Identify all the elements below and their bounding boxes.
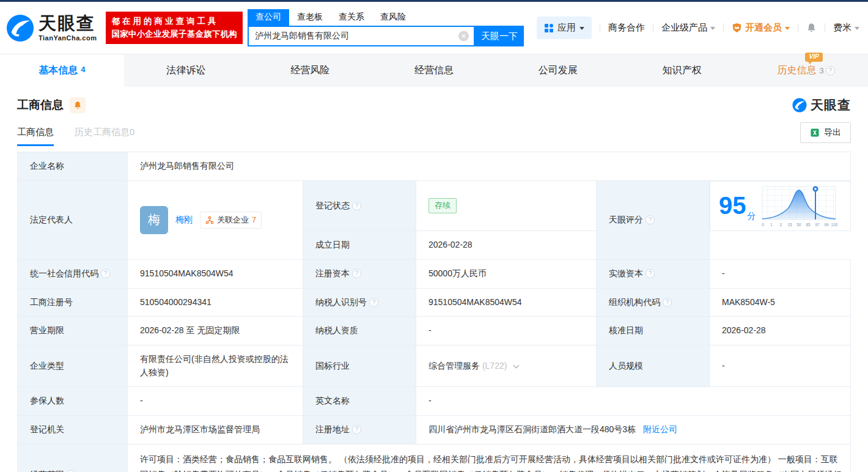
caret-down-icon xyxy=(855,27,859,30)
logo-domain: TianYanCha.com xyxy=(39,34,97,42)
enterprise-products-link[interactable]: 企业级产品 xyxy=(661,22,715,34)
score-axis-ticks: 0 1 3 15 50 85 97 99 100 xyxy=(762,223,838,227)
field-label: 人员规模 xyxy=(597,345,710,386)
user-menu[interactable]: 费米 xyxy=(833,22,859,34)
subtab-count: 0 xyxy=(130,127,134,137)
table-row: 经营范围? 许可项目：酒类经营；食品销售；食品互联网销售。 （依法须经批准的项目… xyxy=(18,444,851,472)
tab-label: 历史信息 xyxy=(777,64,816,77)
field-label: 经营范围? xyxy=(18,444,128,472)
tab-basic-info[interactable]: 基本信息 4 xyxy=(0,54,124,87)
search-tab-risk[interactable]: 查风险 xyxy=(372,9,414,26)
help-icon[interactable]: ? xyxy=(369,298,378,307)
open-vip-label: 开通会员 xyxy=(745,22,782,34)
table-row: 登记机关 泸州市龙马潭区市场监督管理局 注册地址? 四川省泸州市龙马潭区石洞街道… xyxy=(18,416,851,444)
tab-legal-litigation[interactable]: 法律诉讼 xyxy=(124,54,248,87)
field-label: 纳税人资质 xyxy=(303,317,416,345)
divider xyxy=(653,23,653,32)
tab-history-info[interactable]: VIP 历史信息 3 ? xyxy=(744,54,868,87)
field-label: 营业期限 xyxy=(18,317,128,345)
tianyancha-logo[interactable]: 天眼查 TianYanCha.com xyxy=(6,14,97,42)
help-icon[interactable]: ? xyxy=(645,269,655,278)
username: 费米 xyxy=(833,22,851,34)
tab-operating-risk[interactable]: 经营风险 xyxy=(248,54,372,87)
section-title: 工商信息 xyxy=(17,97,64,113)
app-grid-icon xyxy=(544,23,554,33)
company-tab-bar: 基本信息 4 法律诉讼 经营风险 经营信息 公司发展 知识产权 VIP 历史信息… xyxy=(0,54,868,87)
help-icon[interactable]: ? xyxy=(663,298,672,307)
chevron-down-icon[interactable] xyxy=(513,362,520,368)
help-icon[interactable]: ? xyxy=(645,215,655,224)
search-tab-relation[interactable]: 查关系 xyxy=(331,9,372,26)
tab-intellectual-property[interactable]: 知识产权 xyxy=(620,54,744,87)
search-area: 查公司 查老板 查关系 查风险 ✕ 天眼一下 xyxy=(248,9,524,46)
main-content: 工商信息 天眼查 工商信息 历史工商信息0 导出 xyxy=(0,97,868,472)
score-number: 95 xyxy=(719,192,746,219)
field-label: 统一社会信用代码? xyxy=(18,259,128,288)
open-vip-link[interactable]: 开通会员 xyxy=(732,22,790,34)
svg-text:3: 3 xyxy=(779,223,782,227)
industry-name: 综合管理服务 xyxy=(428,361,480,371)
notification-bell-icon[interactable] xyxy=(806,23,817,33)
svg-text:97: 97 xyxy=(815,223,820,227)
tab-company-development[interactable]: 公司发展 xyxy=(496,54,620,87)
table-row: 工商注册号 510504000294341 纳税人识别号? 91510504MA… xyxy=(18,288,851,317)
caret-down-icon xyxy=(579,27,584,30)
help-icon[interactable]: ? xyxy=(101,269,110,278)
section-watermark-logo: 天眼查 xyxy=(792,97,851,114)
industry-value: 综合管理服务 (L722) xyxy=(416,345,597,386)
search-button[interactable]: 天眼一下 xyxy=(475,26,524,46)
org-chart-icon xyxy=(205,216,214,224)
svg-text:100: 100 xyxy=(831,223,837,227)
help-icon[interactable]: ? xyxy=(352,201,361,210)
cooperation-link[interactable]: 商务合作 xyxy=(608,22,645,34)
export-button[interactable]: 导出 xyxy=(800,122,851,143)
legal-rep-cell: 梅 梅刚 关联企业 7 xyxy=(128,180,303,259)
registration-info-table: 企业名称 泸州龙马郎销售有限公司 法定代表人 梅 梅刚 关联企业 xyxy=(17,152,851,472)
taxpayer-id-value: 91510504MAK8504W54 xyxy=(416,288,597,317)
related-companies-badge[interactable]: 关联企业 7 xyxy=(200,212,262,229)
credit-code-value: 91510504MAK8504W54 xyxy=(128,259,303,288)
search-tab-boss[interactable]: 查老板 xyxy=(289,9,331,26)
tianyancha-logo-icon xyxy=(792,98,807,112)
field-label: 成立日期 xyxy=(303,231,416,260)
apps-button[interactable]: 应用 xyxy=(537,17,592,39)
watermark-logo-text: 天眼查 xyxy=(811,97,851,114)
status-badge: 存续 xyxy=(428,198,457,213)
field-label: 工商注册号 xyxy=(18,288,128,317)
establish-date-value: 2026-02-28 xyxy=(416,231,597,260)
legal-rep-avatar[interactable]: 梅 xyxy=(140,206,168,234)
reg-status-value: 存续 xyxy=(416,180,597,231)
tab-label: 经营信息 xyxy=(414,64,454,77)
paid-capital-value: - xyxy=(710,259,851,288)
reg-capital-value: 50000万人民币 xyxy=(416,259,597,288)
caret-down-icon xyxy=(710,27,715,30)
divider xyxy=(825,23,825,32)
staff-size-value: - xyxy=(710,345,851,386)
enterprise-products-label: 企业级产品 xyxy=(661,22,707,34)
help-icon[interactable]: ? xyxy=(352,269,361,278)
tab-label: 知识产权 xyxy=(663,64,702,77)
subtab-history-registration[interactable]: 历史工商信息0 xyxy=(75,127,134,146)
related-companies-label: 关联企业 xyxy=(217,214,249,226)
field-label: 实缴资本? xyxy=(597,259,710,288)
insured-num-value: - xyxy=(128,387,303,416)
tyc-score-cell: 95分 xyxy=(710,181,851,231)
monitor-bell-icon[interactable] xyxy=(70,97,86,113)
field-label: 纳税人识别号? xyxy=(303,288,416,317)
legal-rep-name-link[interactable]: 梅刚 xyxy=(175,213,193,227)
field-label: 天眼评分? xyxy=(597,180,710,259)
svg-text:50: 50 xyxy=(796,223,801,227)
divider xyxy=(798,23,798,32)
slogan-line1: 都在用的商业查询工具 xyxy=(111,15,237,28)
business-term-value: 2026-02-28 至 无固定期限 xyxy=(128,317,303,345)
help-icon[interactable]: ? xyxy=(352,425,361,434)
search-tab-company[interactable]: 查公司 xyxy=(248,9,289,26)
tab-business-info[interactable]: 经营信息 xyxy=(372,54,496,87)
nearby-companies-link[interactable]: 附近公司 xyxy=(643,424,677,434)
divider xyxy=(600,23,600,32)
search-input[interactable] xyxy=(249,27,474,45)
help-icon[interactable]: ? xyxy=(826,66,835,75)
clear-input-icon[interactable]: ✕ xyxy=(458,31,469,42)
reg-authority-value: 泸州市龙马潭区市场监督管理局 xyxy=(128,416,303,444)
subtab-business-registration[interactable]: 工商信息 xyxy=(17,127,54,146)
